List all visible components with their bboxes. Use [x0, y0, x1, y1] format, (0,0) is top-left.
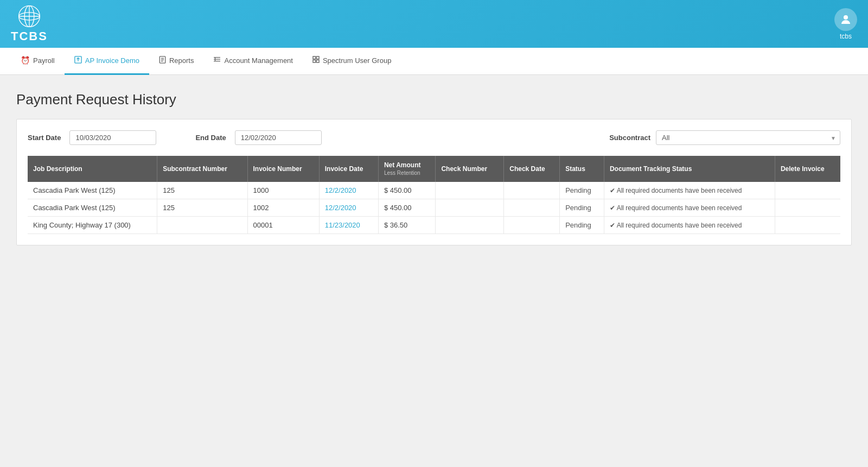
document-icon — [159, 56, 166, 65]
cell-net-amount: $ 36.50 — [378, 217, 435, 234]
user-label: tcbs — [840, 33, 852, 40]
svg-rect-16 — [313, 56, 316, 59]
cell-job-description: Cascadia Park West (125) — [28, 199, 157, 217]
col-check-number: Check Number — [436, 156, 504, 182]
cell-delete-invoice — [775, 217, 840, 234]
user-icon — [839, 13, 852, 26]
globe-icon — [17, 4, 41, 28]
user-area[interactable]: tcbs — [834, 8, 857, 40]
app-header: TCBS tcbs — [0, 0, 868, 48]
filter-row: Start Date End Date Subcontract All — [28, 130, 840, 145]
subcontract-filter-area: Subcontract All — [609, 130, 840, 145]
nav-label-ap-invoice-demo: AP Invoice Demo — [85, 56, 139, 65]
cell-net-amount: $ 450.00 — [378, 182, 435, 199]
svg-rect-17 — [316, 56, 319, 59]
list-icon — [213, 56, 221, 65]
cell-status: Pending — [560, 217, 604, 234]
cell-check-number — [436, 199, 504, 217]
main-content: Payment Request History Start Date End D… — [0, 75, 868, 467]
col-doc-tracking-status: Document Tracking Status — [604, 156, 775, 182]
subcontract-select[interactable]: All — [656, 130, 840, 145]
page-title: Payment Request History — [16, 91, 852, 108]
nav-item-payroll[interactable]: ⏰ Payroll — [11, 48, 65, 75]
subcontract-label: Subcontract — [609, 134, 650, 142]
cell-invoice-date: 11/23/2020 — [319, 217, 378, 234]
col-check-date: Check Date — [504, 156, 560, 182]
svg-rect-19 — [316, 60, 319, 62]
subcontract-select-wrapper: All — [656, 130, 840, 145]
cell-invoice-date: 12/2/2020 — [319, 199, 378, 217]
cell-check-date — [504, 182, 560, 199]
table-row: Cascadia Park West (125) 125 1000 12/2/2… — [28, 182, 840, 199]
col-status: Status — [560, 156, 604, 182]
cell-subcontract-number — [157, 217, 247, 234]
col-invoice-date: Invoice Date — [319, 156, 378, 182]
end-date-label: End Date — [195, 134, 226, 142]
navbar: ⏰ Payroll AP Invoice Demo Reports — [0, 48, 868, 75]
nav-label-reports: Reports — [169, 56, 194, 65]
col-subcontract-number: Subcontract Number — [157, 156, 247, 182]
col-job-description: Job Description — [28, 156, 157, 182]
start-date-input[interactable] — [69, 130, 156, 145]
cell-subcontract-number: 125 — [157, 199, 247, 217]
cell-net-amount: $ 450.00 — [378, 199, 435, 217]
col-delete-invoice: Delete Invoice — [775, 156, 840, 182]
cell-subcontract-number: 125 — [157, 182, 247, 199]
nav-item-reports[interactable]: Reports — [149, 48, 204, 75]
cell-invoice-number: 00001 — [247, 217, 319, 234]
cell-doc-tracking-status: ✔ All required documents have been recei… — [604, 199, 775, 217]
cell-job-description: King County; Highway 17 (300) — [28, 217, 157, 234]
user-avatar[interactable] — [834, 8, 857, 31]
col-net-amount: Net AmountLess Retention — [378, 156, 435, 182]
table-row: King County; Highway 17 (300) 00001 11/2… — [28, 217, 840, 234]
cell-status: Pending — [560, 199, 604, 217]
cell-check-date — [504, 217, 560, 234]
table-header-row: Job Description Subcontract Number Invoi… — [28, 156, 840, 182]
col-invoice-number: Invoice Number — [247, 156, 319, 182]
cell-check-number — [436, 217, 504, 234]
nav-label-payroll: Payroll — [33, 56, 55, 65]
cell-delete-invoice — [775, 182, 840, 199]
nav-label-spectrum-user-group: Spectrum User Group — [323, 56, 391, 65]
cell-delete-invoice — [775, 199, 840, 217]
nav-item-ap-invoice-demo[interactable]: AP Invoice Demo — [65, 48, 149, 75]
cell-check-date — [504, 199, 560, 217]
clock-icon: ⏰ — [21, 56, 30, 65]
grid-icon — [312, 56, 320, 65]
cell-invoice-date: 12/2/2020 — [319, 182, 378, 199]
svg-rect-18 — [313, 60, 316, 62]
nav-item-account-management[interactable]: Account Management — [203, 48, 302, 75]
svg-point-5 — [844, 15, 848, 20]
logo-text: TCBS — [11, 29, 48, 43]
nav-item-spectrum-user-group[interactable]: Spectrum User Group — [303, 48, 401, 75]
cell-job-description: Cascadia Park West (125) — [28, 182, 157, 199]
table-row: Cascadia Park West (125) 125 1002 12/2/2… — [28, 199, 840, 217]
start-date-label: Start Date — [28, 134, 61, 142]
cell-doc-tracking-status: ✔ All required documents have been recei… — [604, 182, 775, 199]
card: Start Date End Date Subcontract All Job … — [16, 119, 852, 245]
cell-invoice-number: 1000 — [247, 182, 319, 199]
nav-label-account-management: Account Management — [224, 56, 292, 65]
logo: TCBS — [11, 4, 48, 43]
cell-check-number — [436, 182, 504, 199]
upload-icon — [74, 56, 82, 65]
payment-table: Job Description Subcontract Number Invoi… — [28, 156, 840, 234]
end-date-input[interactable] — [235, 130, 322, 145]
cell-status: Pending — [560, 182, 604, 199]
cell-doc-tracking-status: ✔ All required documents have been recei… — [604, 217, 775, 234]
cell-invoice-number: 1002 — [247, 199, 319, 217]
